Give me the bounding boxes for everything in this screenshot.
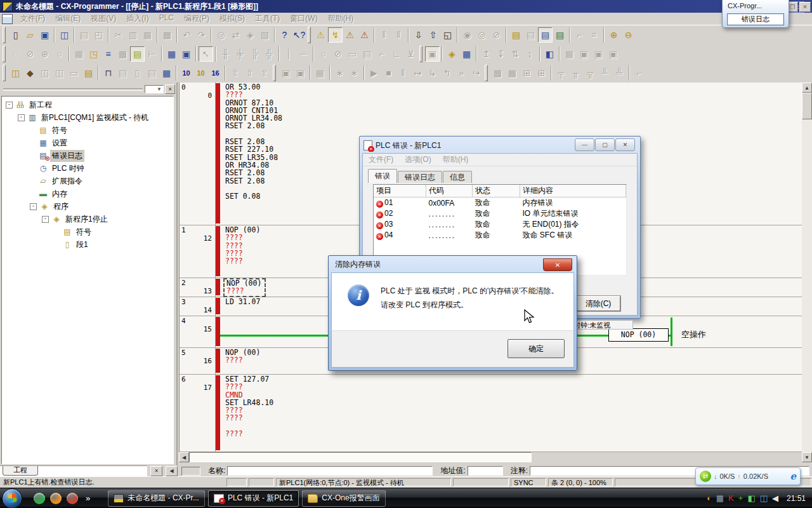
- tray-360-icon[interactable]: +: [738, 493, 743, 504]
- vertical-line-icon[interactable]: │: [282, 46, 296, 62]
- name-input[interactable]: [227, 466, 433, 476]
- address-monitor-icon[interactable]: ▤: [523, 27, 538, 43]
- force-cancel-icon[interactable]: ⊘: [489, 27, 504, 43]
- dialog-menu-help[interactable]: 帮助(H): [437, 154, 475, 166]
- pause-monitor-icon[interactable]: ∗: [332, 65, 347, 81]
- net-branch2-icon[interactable]: ╥: [568, 65, 583, 81]
- print-preview-icon[interactable]: ◰: [91, 27, 106, 43]
- menu-help[interactable]: 帮助(H): [323, 12, 359, 25]
- net-branch1-icon[interactable]: ╤: [554, 65, 568, 81]
- ladder-hscrollbar[interactable]: ◀: [179, 452, 802, 462]
- watch-back-button[interactable]: ◀: [166, 466, 178, 476]
- tree-item-error-log[interactable]: ▤⊗错误日志: [2, 149, 173, 162]
- panel-grip[interactable]: [3, 88, 143, 91]
- menu-view[interactable]: 视图(V): [86, 12, 121, 25]
- decimal-view-icon[interactable]: 10: [179, 65, 193, 81]
- grid-icon[interactable]: ▦: [72, 46, 86, 62]
- new-file-icon[interactable]: ▯: [8, 27, 23, 43]
- taskbar-clock[interactable]: 21:51: [787, 494, 806, 503]
- menu-file[interactable]: 文件(F): [15, 12, 50, 25]
- diff-down-icon[interactable]: ↧: [494, 46, 508, 62]
- tree-item-plc[interactable]: -▥新PLC1[CQM1] 监视模式 - 待机: [2, 111, 173, 124]
- watchbox1-icon[interactable]: ▩: [490, 65, 505, 81]
- dialog-maximize-button[interactable]: ▢: [595, 138, 615, 151]
- watchbox2-icon[interactable]: ▩: [505, 65, 520, 81]
- differential-monitor-icon[interactable]: ⌐: [572, 27, 587, 43]
- tree-item-program1-symbols[interactable]: ▤符号: [2, 225, 173, 238]
- copy-icon[interactable]: ▥: [126, 27, 140, 43]
- tree-expand-programs[interactable]: -: [30, 203, 37, 210]
- symbol-stack-icon[interactable]: ◈: [445, 46, 459, 62]
- tools-option-icon[interactable]: ◆: [23, 65, 37, 81]
- return-icon[interactable]: ⌐: [632, 65, 646, 81]
- menu-program[interactable]: 编程(P): [179, 12, 214, 25]
- start-button[interactable]: [2, 488, 22, 508]
- sim-step-out-icon[interactable]: ↰: [440, 65, 454, 81]
- rung-list-icon[interactable]: ≡: [101, 46, 115, 62]
- tree-item-expansion-instructions[interactable]: ▱扩展指令: [2, 175, 173, 187]
- toolbar-grip[interactable]: [485, 65, 488, 81]
- print-icon[interactable]: ▤: [77, 27, 91, 43]
- browser-icon[interactable]: e: [790, 471, 796, 482]
- tree-item-plc-clock[interactable]: ◷PLC 时钟: [2, 162, 173, 175]
- retrieve-icon[interactable]: ▧: [258, 27, 272, 43]
- tree-expand-program1[interactable]: -: [42, 216, 49, 223]
- toolbar-grip[interactable]: [308, 27, 311, 43]
- menu-insert[interactable]: 插入(I): [121, 12, 154, 25]
- find-error-icon[interactable]: ⚠: [343, 27, 357, 43]
- memory-cast-icon[interactable]: ▤: [553, 27, 567, 43]
- freeze-monitor-icon[interactable]: ∗: [347, 65, 362, 81]
- delete-branch-icon[interactable]: ⊻: [403, 46, 418, 62]
- panel-close-button[interactable]: ✕: [165, 84, 175, 94]
- pause-flag-icon[interactable]: ‖: [377, 27, 391, 43]
- protect-set-icon[interactable]: ⊕: [606, 27, 621, 43]
- toolbar-grip[interactable]: [273, 65, 276, 81]
- taskbar-button-cx-one-alarm[interactable]: CX-One报警画面: [302, 490, 385, 507]
- tree-item-program1[interactable]: -◈新程序1停止: [2, 213, 173, 225]
- io-memory-icon[interactable]: ▤: [509, 27, 523, 43]
- show-error-log-icon[interactable]: ⚠: [313, 27, 328, 43]
- new-or-closed-contact-icon[interactable]: ╬: [262, 46, 277, 62]
- zoom-icon[interactable]: ◌: [8, 46, 23, 62]
- vscroll-thumb[interactable]: [802, 93, 812, 119]
- tree-item-memory[interactable]: ▬内存: [2, 187, 173, 200]
- address-reference-icon[interactable]: ⊓: [101, 65, 115, 81]
- menu-simulation[interactable]: 模拟(S): [214, 12, 250, 25]
- transfer-up2-icon[interactable]: ⇧: [242, 65, 257, 81]
- new-instruction-icon[interactable]: ▭: [345, 46, 360, 62]
- net-branch5-icon[interactable]: ╩: [612, 65, 627, 81]
- ladder-rung-6[interactable]: 617SET 127.07????CMNDSET LR48.10????????…: [180, 375, 802, 452]
- mnemonic-view-icon[interactable]: ▦: [164, 46, 179, 62]
- tab-project[interactable]: 工程: [3, 466, 38, 476]
- zoom-in-icon[interactable]: ⊕: [37, 46, 52, 62]
- vscroll-down-button[interactable]: ▼: [802, 452, 812, 462]
- new-coil-icon[interactable]: ○: [316, 46, 331, 62]
- msgbox-close-button[interactable]: ✕: [543, 258, 572, 271]
- change-all-icon[interactable]: ◈: [243, 27, 258, 43]
- data-trace-icon[interactable]: ▦: [313, 65, 327, 81]
- error-row-01[interactable]: ✕010x00FA致命内存错误: [374, 197, 626, 209]
- memory-grid-icon[interactable]: ▦: [159, 65, 174, 81]
- section-view-icon[interactable]: ▣: [425, 46, 440, 62]
- ok-button[interactable]: 确定: [508, 339, 565, 358]
- vscroll-up-button[interactable]: ▲: [802, 83, 812, 93]
- file-compare-icon[interactable]: ◫: [57, 27, 72, 43]
- open-file-icon[interactable]: ▱: [23, 27, 37, 43]
- invert-icon[interactable]: ⌐: [374, 46, 389, 62]
- hex-view-icon[interactable]: ▣: [577, 46, 591, 62]
- properties-icon[interactable]: ▤: [81, 65, 96, 81]
- check-view-icon[interactable]: ▣: [606, 46, 620, 62]
- force-off-icon[interactable]: ◎: [475, 27, 489, 43]
- monitor-error-icon[interactable]: ↯: [328, 27, 343, 43]
- toolbar-grip[interactable]: [419, 46, 422, 62]
- io-comment-icon[interactable]: ▦: [459, 46, 474, 62]
- address-input[interactable]: [468, 466, 503, 476]
- window-cascade-icon[interactable]: ◫: [8, 65, 23, 81]
- protect-release-icon[interactable]: ⊖: [621, 27, 636, 43]
- plc-error-dialog-titlebar[interactable]: PLC 错误 - 新PLC1: [363, 139, 570, 152]
- new-closed-contact-icon[interactable]: ╪: [233, 46, 247, 62]
- error-row-02[interactable]: ✕02........致命IO 单元结束错误: [374, 208, 626, 219]
- sim-step-in-icon[interactable]: ↳: [425, 65, 440, 81]
- ladder-monitor-icon[interactable]: ▤: [130, 46, 145, 62]
- bin-view-icon[interactable]: ▣: [591, 46, 606, 62]
